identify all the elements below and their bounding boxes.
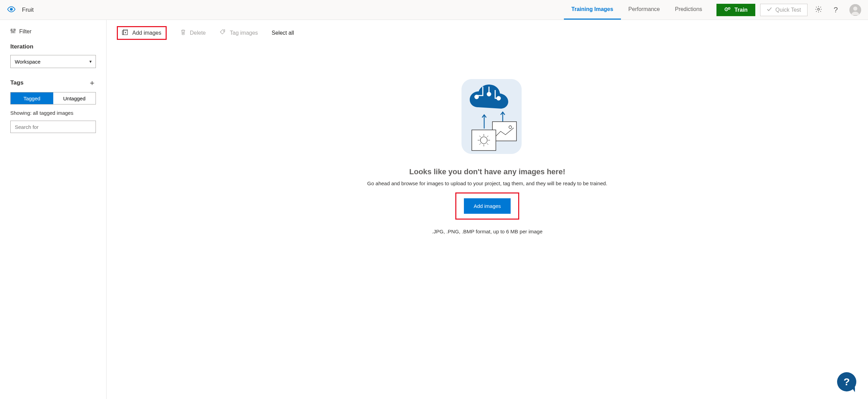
plus-icon: ＋ [88, 78, 96, 87]
gear-icon [815, 5, 822, 14]
svg-point-20 [223, 31, 224, 31]
sidebar: Filter Iteration Workspace ▼ Tags ＋ Tagg… [0, 20, 107, 399]
svg-point-3 [726, 9, 727, 10]
tags-label: Tags [10, 79, 23, 86]
train-button-label: Train [734, 7, 747, 13]
filter-label: Filter [19, 29, 32, 35]
tag-icon [220, 29, 226, 37]
highlight-add-images-center: Add images [455, 192, 519, 220]
project-name: Fruit [22, 7, 34, 13]
train-button[interactable]: Train [716, 4, 755, 16]
body: Filter Iteration Workspace ▼ Tags ＋ Tagg… [0, 20, 868, 399]
quick-test-label: Quick Test [776, 7, 801, 13]
quick-test-button: Quick Test [760, 4, 808, 16]
iteration-select-wrap: Workspace ▼ [10, 55, 96, 68]
eye-icon [7, 5, 16, 15]
toolbar-delete-label: Delete [190, 30, 206, 36]
svg-point-10 [11, 30, 12, 31]
check-icon [767, 7, 772, 13]
settings-button[interactable] [812, 4, 825, 16]
nav-tabs: Training Images Performance Predictions [564, 0, 710, 20]
empty-subtitle: Go ahead and browse for images to upload… [107, 180, 868, 186]
showing-text: Showing: all tagged images [10, 110, 96, 116]
svg-point-14 [14, 29, 15, 31]
toolbar: Add images Delete Tag images [107, 20, 868, 46]
tab-predictions[interactable]: Predictions [667, 0, 710, 20]
help-icon: ? [844, 376, 850, 388]
svg-point-8 [853, 7, 857, 11]
header-bar: Fruit Training Images Performance Predic… [0, 0, 868, 20]
toolbar-add-images-label: Add images [132, 30, 162, 36]
help-fab[interactable]: ? [837, 372, 856, 391]
format-text: .JPG, .PNG, .BMP format, up to 6 MB per … [107, 229, 868, 234]
tag-toggle: Tagged Untagged [10, 92, 96, 104]
toolbar-tag-images-label: Tag images [230, 30, 258, 36]
help-icon: ? [834, 5, 838, 14]
iteration-label: Iteration [10, 43, 96, 50]
add-images-icon [122, 29, 128, 37]
svg-point-1 [11, 9, 12, 10]
svg-point-5 [729, 8, 730, 9]
tab-training-images[interactable]: Training Images [564, 0, 621, 20]
toolbar-tag-images: Tag images [220, 29, 258, 37]
empty-state: Looks like you don't have any images her… [107, 77, 868, 234]
empty-illustration [451, 77, 523, 157]
toggle-tagged[interactable]: Tagged [11, 92, 53, 104]
svg-point-12 [12, 31, 14, 33]
filter-sliders-icon [10, 28, 16, 35]
header-actions: Train Quick Test ? [716, 4, 861, 16]
iteration-select[interactable]: Workspace [10, 55, 96, 68]
add-images-button[interactable]: Add images [464, 198, 510, 214]
toolbar-select-all[interactable]: Select all [272, 30, 294, 36]
gears-icon [724, 6, 731, 14]
toggle-untagged[interactable]: Untagged [53, 92, 96, 104]
trash-icon [180, 29, 186, 37]
svg-point-6 [817, 8, 820, 10]
svg-rect-27 [472, 130, 496, 151]
user-avatar[interactable] [849, 4, 861, 16]
add-tag-button[interactable]: ＋ [88, 78, 96, 88]
tab-performance[interactable]: Performance [621, 0, 668, 20]
tags-header: Tags ＋ [10, 78, 96, 88]
filter-row[interactable]: Filter [10, 28, 96, 35]
header-left: Fruit [7, 5, 34, 15]
empty-title: Looks like you don't have any images her… [107, 167, 868, 176]
main-content: Add images Delete Tag images [107, 20, 868, 399]
toolbar-delete: Delete [180, 29, 206, 37]
highlight-add-images: Add images [117, 26, 167, 40]
tag-search-input[interactable] [10, 121, 96, 133]
help-button[interactable]: ? [830, 4, 842, 16]
toolbar-add-images[interactable]: Add images [122, 29, 162, 37]
